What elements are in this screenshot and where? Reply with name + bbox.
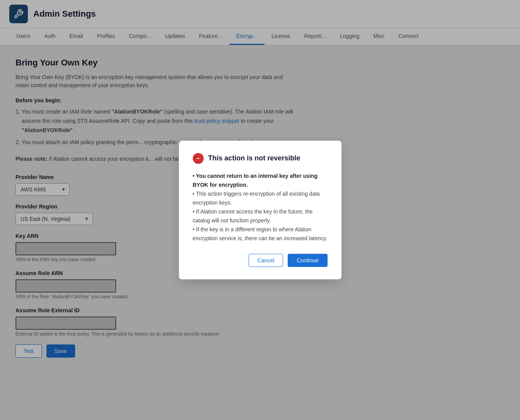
dialog-title: This action is not reversible xyxy=(208,154,300,162)
dialog-header: − This action is not reversible xyxy=(193,153,328,164)
dialog-line-2: • This action triggers re-encryption of … xyxy=(193,189,328,207)
dialog-line-1: • You cannot return to an internal key a… xyxy=(193,172,328,189)
dialog-body: • You cannot return to an internal key a… xyxy=(193,172,328,243)
dialog-line-4: • If the key is in a different region to… xyxy=(193,225,328,243)
dialog-actions: Cancel Continue xyxy=(193,254,328,267)
continue-button[interactable]: Continue xyxy=(288,254,327,267)
cancel-button[interactable]: Cancel xyxy=(249,254,283,267)
dialog-line-3: • If Alation cannot access the key in th… xyxy=(193,207,328,225)
modal-overlay: − This action is not reversible • You ca… xyxy=(0,0,520,420)
error-icon: − xyxy=(193,153,204,164)
confirmation-dialog: − This action is not reversible • You ca… xyxy=(179,141,342,280)
